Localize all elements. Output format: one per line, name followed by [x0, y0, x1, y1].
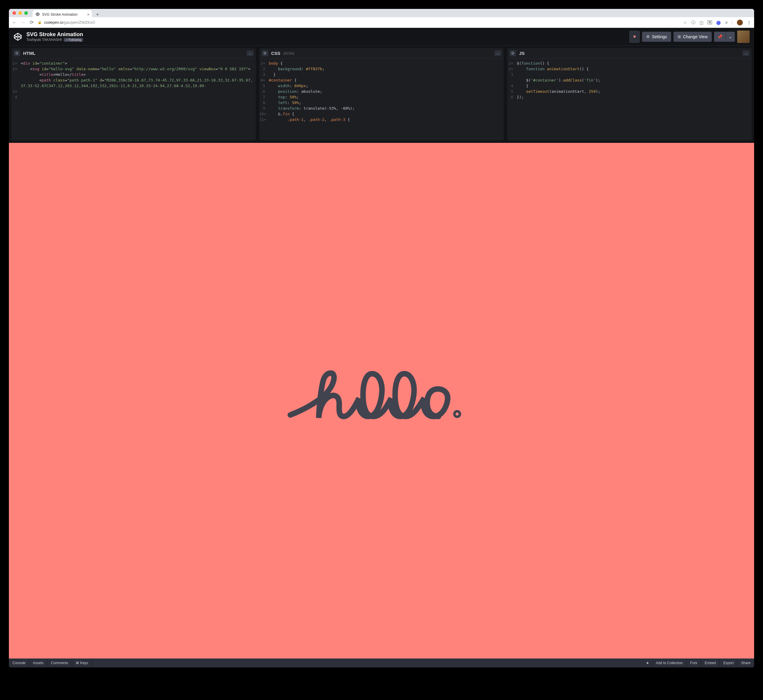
html-dropdown-button[interactable]: ⌄: [247, 50, 253, 56]
lock-icon: 🔒: [38, 20, 42, 24]
css-panel: ⚙ CSS (SCSS) ⌄ 1▾234▾5678910▾11▾ body { …: [260, 48, 382, 141]
close-window-button[interactable]: [13, 11, 16, 15]
traffic-lights: [13, 11, 28, 15]
maximize-window-button[interactable]: [24, 11, 28, 15]
address-bar[interactable]: 🔒 codepen.io/gau/pen/ZWZKxO: [38, 20, 382, 25]
window-titlebar: SVG Stroke Animation × +: [9, 9, 382, 17]
tab-close-button[interactable]: ×: [87, 12, 89, 17]
codepen-header: SVG Stroke Animation Toshiyuki TAKAHASHI…: [9, 28, 382, 45]
forward-button[interactable]: →: [21, 20, 25, 25]
minimize-window-button[interactable]: [19, 11, 22, 15]
url-path: /gau/pen/ZWZKxO: [63, 20, 95, 25]
tab-title: SVG Stroke Animation: [42, 12, 77, 17]
back-button[interactable]: ←: [12, 20, 17, 25]
pen-title: SVG Stroke Animation: [27, 31, 83, 38]
favicon-icon: [36, 12, 40, 17]
html-gutter: 1▾2▾3▾4: [11, 59, 20, 141]
browser-tab[interactable]: SVG Stroke Animation ×: [33, 10, 92, 19]
html-panel: ⚙ HTML ⌄ 1▾2▾3▾4 <div id="container"> <s…: [11, 48, 256, 141]
codepen-app: SVG Stroke Animation Toshiyuki TAKAHASHI…: [9, 28, 382, 350]
codepen-logo-icon[interactable]: [13, 32, 22, 41]
panel-sub-css: (SCSS): [283, 52, 294, 55]
url-domain: codepen.io: [44, 20, 63, 25]
panel-title-css: CSS: [271, 51, 280, 56]
html-settings-button[interactable]: ⚙: [14, 50, 20, 56]
panel-title-html: HTML: [23, 51, 36, 56]
preview-pane: [9, 143, 382, 350]
following-badge[interactable]: ✓Following: [64, 38, 83, 42]
editors-row: ⚙ HTML ⌄ 1▾2▾3▾4 <div id="container"> <s…: [9, 45, 382, 141]
html-editor[interactable]: 1▾2▾3▾4 <div id="container"> <svg id="he…: [11, 59, 256, 141]
browser-window: SVG Stroke Animation × + ← → ⟳ 🔒 codepen…: [9, 9, 382, 350]
reload-button[interactable]: ⟳: [30, 20, 33, 25]
css-gutter: 1▾234▾5678910▾11▾: [260, 59, 268, 141]
css-settings-button[interactable]: ⚙: [262, 50, 268, 56]
new-tab-button[interactable]: +: [94, 12, 101, 18]
css-editor[interactable]: 1▾234▾5678910▾11▾ body { background: #ff…: [260, 59, 382, 141]
author-name[interactable]: Toshiyuki TAKAHASHI: [27, 38, 62, 42]
